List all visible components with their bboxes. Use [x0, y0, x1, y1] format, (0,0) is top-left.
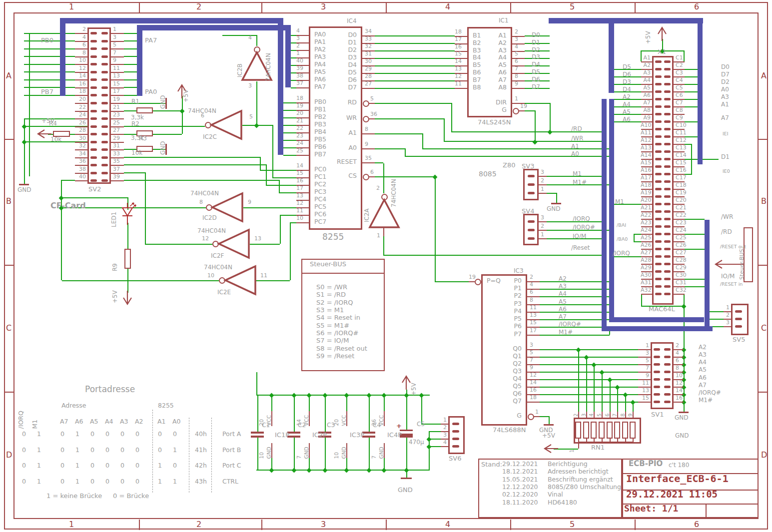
label: D3 — [623, 79, 631, 85]
ic-title: IC3 — [514, 268, 524, 274]
pin-number: 39 — [296, 65, 303, 71]
pin-number: A4 — [641, 77, 651, 83]
pin-number: 8 — [74, 50, 86, 55]
label: /IORQ# — [573, 224, 595, 230]
label: 10 — [207, 273, 214, 278]
supply-arrow-icon — [122, 289, 133, 306]
pin-label: PC4 — [314, 196, 326, 203]
pin-number: 27 — [113, 127, 120, 133]
resistor-R1[interactable] — [136, 107, 153, 113]
pad — [664, 371, 671, 373]
pin-number: C6 — [676, 92, 683, 98]
pin-number: 9 — [638, 373, 649, 378]
pin-number: 22 — [296, 125, 303, 131]
frame-row-label: A — [6, 72, 11, 80]
pin-label: P5 — [487, 316, 522, 322]
pad — [101, 63, 108, 65]
pin-number: A31 — [641, 280, 651, 285]
pin-number: 4 — [530, 282, 533, 287]
pad — [664, 210, 671, 213]
label: IC2C — [203, 134, 217, 140]
pin-number: 3 — [541, 169, 544, 175]
pin-stub — [527, 364, 540, 365]
label: Interface_ECB-6-1 — [626, 474, 729, 484]
pin-number: 29 — [365, 66, 372, 71]
resistor-RN1-1[interactable] — [575, 422, 581, 439]
resistor-RN1-4[interactable] — [599, 422, 605, 439]
pad — [655, 128, 662, 130]
connector-SV6[interactable] — [448, 416, 465, 454]
pad — [664, 150, 671, 153]
pin-label: RESET — [322, 159, 357, 165]
pin-number: 17 — [455, 36, 462, 42]
label: GND — [379, 447, 385, 459]
pin-number: 2 — [74, 26, 86, 32]
label: 8085 — [479, 170, 497, 177]
pin-number: C13 — [676, 145, 687, 150]
label: 5 — [597, 414, 603, 417]
resistor-RN1-5[interactable] — [607, 422, 613, 439]
pad — [101, 172, 108, 174]
pin-number: 15 — [530, 320, 537, 325]
pin-label: Q1 — [487, 353, 522, 360]
label: 10 — [259, 452, 265, 459]
table-cell: 0 — [105, 447, 109, 454]
pin-stub — [369, 176, 375, 177]
pin-number: 37 — [113, 166, 120, 172]
resistor-RN1-2[interactable] — [583, 422, 589, 439]
resistor-RN1-8[interactable] — [630, 422, 636, 439]
stand-desc: HD64180 — [548, 500, 577, 506]
resistor-RN1-3[interactable] — [591, 422, 597, 439]
pin-stub — [539, 193, 547, 194]
pin-number: C17 — [676, 175, 687, 180]
pin-number: 11 — [455, 81, 462, 86]
connector-SV2[interactable] — [87, 27, 111, 184]
stand-date: 18.12.2021 — [502, 469, 538, 475]
pin-number: A17 — [641, 175, 651, 180]
resistor-RN1-7[interactable] — [622, 422, 628, 439]
pin-number: A20 — [641, 197, 651, 203]
pin-number: 2 — [541, 178, 544, 183]
table-col-head: A4 — [105, 419, 113, 425]
resistor-R9[interactable] — [124, 249, 131, 269]
label: S8 = /Reset out — [316, 345, 367, 352]
pad — [664, 188, 671, 190]
pad — [90, 156, 97, 159]
pad — [101, 78, 108, 81]
label: /IORQ — [613, 250, 630, 256]
pin-number: A21 — [641, 205, 651, 210]
pad — [654, 356, 660, 358]
pin-number: C20 — [676, 197, 687, 203]
pin-number: 2 — [530, 274, 533, 280]
label: GND — [304, 447, 310, 459]
pad — [655, 135, 662, 138]
label: /WR — [721, 214, 733, 220]
table-cell: 0 — [135, 431, 139, 438]
stand-desc: 8085/Z80 Umschaltung — [548, 484, 621, 491]
frame-row-label: B — [6, 197, 11, 205]
pin-number: 7 — [113, 50, 116, 55]
pin-label: D3 — [322, 54, 357, 61]
label: D2 — [532, 47, 540, 53]
pin-number: 1 — [541, 232, 544, 237]
label: +5V — [411, 383, 418, 396]
pad — [452, 445, 459, 448]
pin-number: 32 — [365, 43, 372, 49]
table-title: Portadresse — [85, 385, 135, 394]
pad — [664, 180, 671, 183]
pin-number: A22 — [641, 212, 651, 218]
pin-stub — [527, 281, 540, 282]
connector-SV1[interactable] — [651, 342, 674, 409]
pin-number: A27 — [641, 250, 651, 255]
pin-number: 31 — [113, 143, 120, 148]
pin-number: 18 — [296, 95, 303, 101]
pin-number: 23 — [113, 112, 120, 117]
label: 10 — [334, 452, 340, 459]
pin-label: A7 — [472, 77, 507, 83]
pin-number: 22 — [74, 104, 86, 110]
resistor-RN1-6[interactable] — [614, 422, 620, 439]
pin-number: C10 — [676, 122, 687, 128]
pin-number: 6 — [74, 42, 86, 47]
pin-number: 24 — [74, 112, 86, 117]
label: A5 — [623, 109, 631, 115]
